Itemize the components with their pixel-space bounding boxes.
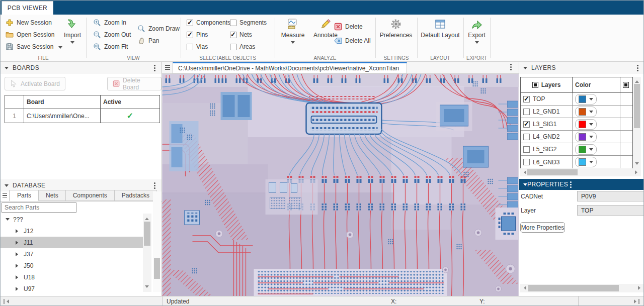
scroll-down-icon[interactable] [145,285,149,290]
vias-checkbox[interactable] [187,44,193,50]
scroll-right-icon[interactable] [638,286,642,290]
boards-panel-header[interactable]: BOARDS [1,62,162,74]
zoom-out-button[interactable]: Zoom Out [93,30,131,40]
save-session-button[interactable]: Save Session [6,42,62,52]
components-checkbox[interactable] [187,20,193,26]
zoom-fit-button[interactable]: Zoom Fit [93,42,128,52]
layer-visibility-checkbox[interactable] [523,96,530,103]
delete-button[interactable]: Delete [334,22,363,32]
expander-closed-icon[interactable] [16,275,20,279]
layer-visibility-checkbox[interactable] [523,121,530,128]
scrollbar-thumb[interactable] [144,222,150,246]
kebab-menu-icon[interactable] [637,67,638,69]
open-session-button[interactable]: Open Session [6,30,54,40]
kebab-menu-icon[interactable] [154,67,155,69]
database-panel-scrollbar[interactable] [153,191,161,292]
layer-row-top[interactable]: TOP [521,93,632,106]
cadnet-value-field[interactable]: P0V9 [577,191,644,201]
measure-button[interactable]: Measure [279,18,307,46]
tree-item-j50[interactable]: J50 [1,260,143,271]
layer-value-field[interactable]: TOP [577,205,644,216]
layers-horizontal-scrollbar[interactable] [520,168,641,176]
layer-color-dropdown[interactable] [575,132,597,142]
nets-checkbox[interactable] [230,32,236,38]
delete-board-button[interactable]: Delete Board [107,77,162,90]
scroll-up-icon[interactable] [635,78,639,83]
layer-visibility-checkbox[interactable] [523,146,530,153]
document-menu-icon[interactable] [165,65,170,70]
tab-nets[interactable]: Nets [39,190,66,201]
expander-closed-icon[interactable] [16,264,20,268]
layer-color-dropdown[interactable] [575,144,597,155]
layer-color-dropdown[interactable] [575,157,597,167]
layer-visibility-checkbox[interactable] [523,109,530,115]
tree-item-u18[interactable]: U18 [1,271,143,283]
tree-root[interactable]: ??? [1,214,143,225]
checkbox-nets[interactable]: Nets [230,30,252,40]
collapse-icon[interactable] [5,184,9,189]
scrollbar-thumb[interactable] [528,285,619,291]
pcb-canvas[interactable] [162,74,519,296]
tree-scrollbar[interactable] [143,214,151,292]
checkbox-components[interactable]: Components [187,18,230,28]
checkbox-areas[interactable]: Areas [230,42,255,52]
pins-checkbox[interactable] [187,32,193,38]
expander-closed-icon[interactable] [16,287,20,291]
tab-components[interactable]: Components [66,190,115,201]
collapse-icon[interactable] [523,67,527,71]
checkbox-segments[interactable]: Segments [230,18,267,28]
chevron-down-icon[interactable] [70,41,74,46]
layer-row-l6-gnd3[interactable]: L6_GND3 [521,156,632,168]
expander-closed-icon[interactable] [16,241,20,245]
kebab-menu-icon[interactable] [510,66,512,68]
layers-vertical-scrollbar[interactable] [633,77,641,168]
scrollbar-thumb[interactable] [527,169,578,175]
expander-closed-icon[interactable] [16,252,20,256]
tab-list-icon[interactable] [1,190,10,201]
layer-visibility-checkbox[interactable] [523,159,530,165]
scroll-right-icon[interactable] [635,170,639,174]
tree-item-j37[interactable]: J37 [1,248,143,260]
collapse-left-pane-icon[interactable] [4,299,9,304]
select-all-checkbox[interactable] [623,82,629,88]
default-layout-button[interactable]: Default Layout [419,18,462,39]
activate-board-button[interactable]: Activate Board [5,77,65,90]
layer-row-l5-sig2[interactable]: L5_SIG2 [521,143,632,156]
tree-item-j12[interactable]: J12 [1,225,143,237]
document-tab[interactable]: C:\Users\mmiller\OneDrive - MathWorks\Do… [173,62,407,74]
collapse-icon[interactable] [5,67,9,71]
scroll-left-icon[interactable] [522,286,526,290]
tab-pcb-viewer[interactable]: PCB VIEWER [2,1,53,15]
chevron-down-icon[interactable] [475,41,479,46]
expander-closed-icon[interactable] [16,229,20,233]
tab-padstacks[interactable]: Padstacks [115,190,157,201]
layer-color-dropdown[interactable] [575,94,597,105]
scroll-left-icon[interactable] [522,170,526,174]
scrollbar-thumb[interactable] [154,258,160,279]
tree-item-u97[interactable]: U97 [1,283,143,292]
export-button[interactable]: Export [465,18,488,46]
chevron-down-icon[interactable] [58,46,62,51]
segments-checkbox[interactable] [230,20,236,26]
kebab-menu-icon[interactable] [570,184,572,185]
layers-panel-header[interactable]: LAYERS [519,62,644,74]
zoom-in-button[interactable]: Zoom In [93,18,126,28]
checkbox-pins[interactable]: Pins [187,30,208,40]
scroll-down-icon[interactable] [635,162,639,167]
preferences-button[interactable]: Preferences [378,18,414,39]
layer-color-dropdown[interactable] [575,119,597,130]
scrollbar-thumb[interactable] [634,84,640,128]
properties-panel-header[interactable]: PROPERTIES [519,179,644,190]
scroll-up-icon[interactable] [145,216,149,220]
tab-parts[interactable]: Parts [10,190,39,201]
select-all-layers-checkbox[interactable] [532,82,538,88]
chevron-down-icon[interactable] [291,41,295,46]
new-session-button[interactable]: New Session [6,18,52,28]
layer-row-l4-gnd2[interactable]: L4_GND2 [521,131,632,143]
collapse-right-pane-icon[interactable] [634,299,639,304]
kebab-menu-icon[interactable] [154,185,155,186]
collapse-icon[interactable] [523,183,527,188]
areas-checkbox[interactable] [230,44,236,50]
search-parts-input[interactable] [2,202,76,213]
layer-row-l2-gnd1[interactable]: L2_GND1 [521,106,632,118]
